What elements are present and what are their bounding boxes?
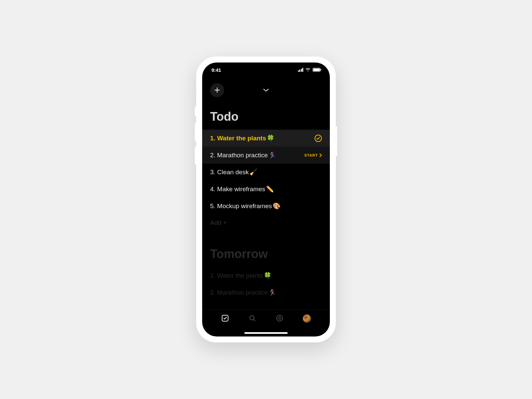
todo-item-label: 1. Water the plants: [210, 272, 263, 279]
checkbox-icon: [221, 314, 229, 322]
add-button[interactable]: [210, 83, 224, 97]
tab-favorites[interactable]: [271, 314, 288, 322]
status-time: 9:41: [211, 67, 221, 73]
content[interactable]: Todo 1. Water the plants 🍀 2. Marathon: [202, 100, 330, 309]
mute-switch: [195, 106, 196, 116]
status-icons: [298, 68, 321, 72]
todo-item-5[interactable]: 5. Mockup wireframes 🎨: [202, 198, 330, 214]
search-icon: [248, 314, 256, 322]
tab-search[interactable]: [244, 314, 261, 322]
todo-item-label: 1. Water the plants: [210, 135, 266, 142]
plus-icon: [214, 87, 220, 93]
notch: [236, 63, 296, 72]
clover-icon: 🍀: [264, 272, 272, 279]
palette-icon: 🎨: [273, 202, 281, 210]
tomorrow-item-1[interactable]: 1. Water the plants 🍀: [202, 267, 330, 284]
chevron-down-icon: [263, 88, 269, 92]
star-circle-icon: [276, 314, 284, 322]
runner-icon: 🏃‍♀️: [268, 289, 276, 296]
chevron-right-icon: [319, 153, 322, 157]
todo-item-label: 2. Marathon practice: [210, 152, 268, 159]
todo-item-1[interactable]: 1. Water the plants 🍀: [202, 130, 330, 147]
avatar: [303, 314, 311, 323]
todo-item-label: 2. Marathon practice: [210, 289, 268, 296]
runner-icon: 🏃‍♀️: [268, 151, 276, 159]
tab-tasks[interactable]: [217, 314, 233, 322]
phone-frame: 9:41: [196, 57, 336, 342]
home-indicator[interactable]: [244, 332, 288, 334]
pencil-icon: ✏️: [266, 185, 274, 193]
section-title-tomorrow: Tomorrow: [202, 247, 330, 267]
svg-point-2: [277, 315, 283, 321]
section-title-todo: Todo: [202, 110, 330, 130]
add-todo-row[interactable]: Add +: [202, 214, 330, 231]
add-label: Add +: [210, 219, 227, 226]
tab-profile[interactable]: [299, 314, 315, 323]
power-button: [336, 126, 337, 156]
battery-icon: [313, 68, 321, 72]
wifi-icon: [305, 68, 311, 72]
todo-item-3[interactable]: 3. Clean desk 🧹: [202, 164, 330, 181]
todo-item-label: 4. Make wireframes: [210, 186, 265, 193]
clover-icon: 🍀: [267, 134, 275, 142]
start-label: START: [304, 153, 318, 157]
cellular-icon: [298, 68, 304, 72]
volume-down: [195, 146, 196, 165]
volume-up: [195, 123, 196, 141]
broom-icon: 🧹: [249, 168, 257, 176]
collapse-button[interactable]: [246, 88, 286, 92]
start-button[interactable]: START: [304, 153, 322, 157]
screen: 9:41: [202, 63, 330, 336]
check-circle-icon[interactable]: [315, 135, 322, 142]
todo-item-label: 3. Clean desk: [210, 169, 249, 176]
todo-item-4[interactable]: 4. Make wireframes ✏️: [202, 181, 330, 198]
header: [202, 77, 330, 100]
tomorrow-item-2[interactable]: 2. Marathon practice 🏃‍♀️: [202, 284, 330, 301]
todo-item-2[interactable]: 2. Marathon practice 🏃‍♀️ START: [202, 147, 330, 164]
todo-item-label: 5. Mockup wireframes: [210, 202, 272, 210]
